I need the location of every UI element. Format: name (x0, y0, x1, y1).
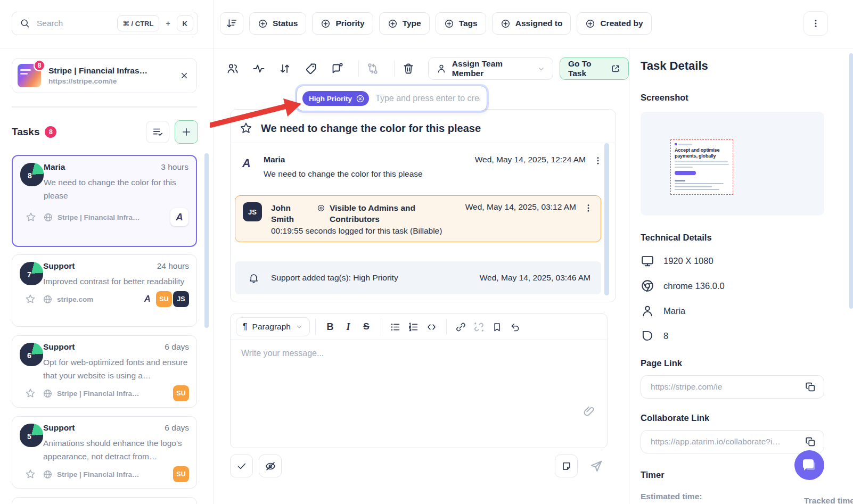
bullet-list-button[interactable] (387, 318, 405, 336)
right-panel-scrollbar[interactable] (849, 53, 853, 309)
more-options-button[interactable] (803, 11, 828, 36)
site-badge: 8 (34, 60, 45, 71)
sidebar-section-divider (12, 106, 197, 108)
bold-button[interactable]: B (321, 318, 339, 336)
kbd-cmd-ctrl: ⌘ / CTRL (117, 15, 160, 31)
screenshot-thumbnail[interactable]: Accept and optimise payments, globally (641, 112, 824, 216)
tag-input-popup[interactable]: High Priority (297, 86, 487, 111)
send-button[interactable] (585, 455, 608, 477)
globe-icon (43, 212, 53, 222)
search-input[interactable] (36, 18, 112, 29)
task-card[interactable]: 5 Support 6 days Animations should enhan… (12, 416, 197, 489)
remove-tag-icon[interactable] (356, 94, 365, 103)
sort-updown-icon[interactable] (278, 62, 291, 75)
message-textarea[interactable] (231, 340, 607, 425)
site-favicon: 8 (18, 64, 41, 87)
task-author: Maria (44, 162, 65, 172)
avatar-su: SU (173, 466, 189, 482)
filter-type[interactable]: Type (379, 12, 430, 35)
task-detail-card: We need to change the color for this ple… (230, 109, 616, 302)
internal-note-toggle-button[interactable] (259, 455, 282, 477)
filter-assigned-to[interactable]: Assigned to (492, 12, 571, 35)
star-icon[interactable] (239, 121, 253, 135)
visibility-icon (317, 204, 325, 225)
mark-complete-button[interactable] (230, 455, 253, 477)
task-card[interactable]: 7 Support 24 hours Improved contrast for… (12, 254, 197, 327)
collaborators-icon[interactable] (226, 62, 239, 75)
activity-timestamp: Wed, May 14, 2025, 03:46 AM (480, 273, 593, 283)
sort-button[interactable] (220, 12, 243, 35)
add-task-button[interactable] (175, 120, 198, 144)
filter-label: Created by (600, 19, 643, 28)
star-icon[interactable] (25, 211, 37, 223)
compare-tasks-icon[interactable] (366, 62, 379, 75)
comment-item: A Maria We need to change the color for … (231, 143, 616, 179)
list-check-icon (152, 126, 163, 138)
bookmark-button[interactable] (488, 318, 506, 336)
star-icon[interactable] (24, 468, 36, 480)
link-button[interactable] (452, 318, 470, 336)
tag-chip-high-priority[interactable]: High Priority (302, 91, 369, 106)
go-to-task-button[interactable]: Go To Task (560, 57, 629, 80)
avatar-js: JS (243, 202, 262, 221)
tag-input[interactable] (374, 93, 481, 104)
kbd-k: K (177, 15, 193, 31)
task-card[interactable]: 6 Support 6 days Opt for web-optimized f… (12, 335, 197, 408)
task-list-view-button[interactable] (146, 121, 169, 143)
italic-button[interactable]: I (339, 318, 357, 336)
filter-created-by[interactable]: Created by (577, 12, 651, 35)
page-link-label: Page Link (641, 358, 853, 368)
comments-scrollbar[interactable] (604, 143, 609, 295)
undo-button[interactable] (506, 318, 524, 336)
search-box[interactable]: ⌘ / CTRL + K (12, 12, 198, 35)
star-icon[interactable] (24, 387, 36, 399)
chevron-down-icon (537, 65, 545, 73)
ordered-list-button[interactable] (405, 318, 423, 336)
kebab-icon[interactable] (584, 203, 593, 213)
filter-label: Type (403, 19, 421, 28)
attachment-icon[interactable] (583, 405, 595, 418)
go-to-task-label: Go To Task (568, 59, 606, 78)
code-button[interactable] (423, 318, 441, 336)
comment-text: We need to change the color for this ple… (264, 169, 423, 179)
task-card[interactable]: 8 Maria 3 hours We need to change the co… (12, 155, 197, 247)
activity-icon[interactable] (252, 62, 265, 75)
filter-bar: Status Priority Type Tags Assigned to Cr… (220, 12, 652, 35)
flag-comment-icon[interactable] (331, 62, 343, 75)
time-log-comment: JS John Smith Visible to Admins and Cont… (235, 195, 601, 242)
strikethrough-button[interactable]: S (357, 318, 375, 336)
tag-icon[interactable] (305, 62, 317, 75)
paragraph-style-select[interactable]: ¶ Paragraph (236, 317, 310, 336)
plus-circle-icon (388, 19, 398, 29)
globe-icon (43, 389, 53, 399)
assign-team-member-select[interactable]: Assign Team Member (428, 57, 553, 80)
copy-icon[interactable] (805, 436, 816, 448)
filter-priority[interactable]: Priority (312, 12, 373, 35)
note-button[interactable] (555, 455, 578, 477)
technical-details-label: Technical Details (641, 233, 853, 243)
chat-icon (803, 459, 814, 468)
close-icon[interactable] (179, 71, 189, 80)
page-link-box (641, 375, 824, 399)
kebab-icon[interactable] (593, 156, 603, 166)
filter-tags[interactable]: Tags (436, 12, 486, 35)
site-url: https://stripe.com/ie (48, 77, 172, 85)
editor-divider (315, 319, 316, 335)
plus-circle-icon (321, 19, 331, 29)
collaborate-link-input[interactable] (650, 436, 805, 447)
filter-status[interactable]: Status (249, 12, 306, 35)
page-link-input[interactable] (650, 382, 805, 392)
sidebar-scrollbar[interactable] (204, 153, 209, 328)
site-card[interactable]: 8 Stripe | Financial Infras… https://str… (12, 58, 197, 93)
star-icon[interactable] (24, 293, 36, 305)
comment-author: Maria (264, 155, 423, 164)
avatar-js: JS (173, 291, 189, 307)
task-card[interactable] (12, 497, 197, 504)
chat-widget-button[interactable] (794, 450, 824, 480)
delete-task-icon[interactable] (402, 62, 415, 75)
kbd-plus: + (166, 19, 170, 28)
task-number-badge: 7 (20, 262, 43, 285)
copy-icon[interactable] (805, 381, 816, 393)
unlink-button[interactable] (470, 318, 488, 336)
time-logged-text: 00:19:55 seconds logged for this task (B… (271, 226, 593, 236)
